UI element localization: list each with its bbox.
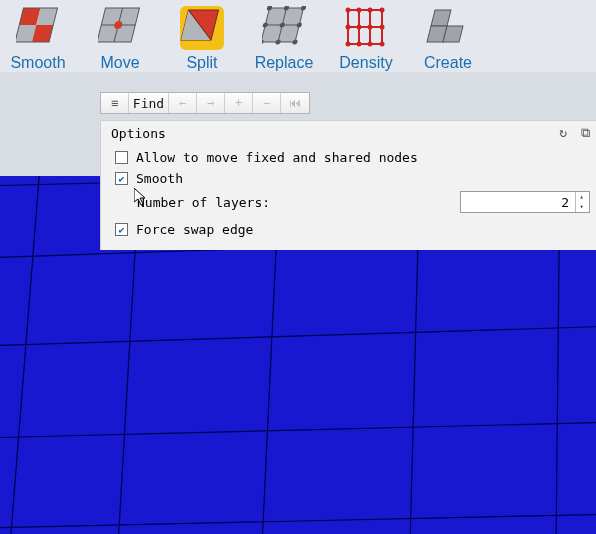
tool-label: Replace bbox=[255, 54, 314, 72]
create-icon bbox=[424, 4, 472, 52]
svg-point-46 bbox=[368, 25, 373, 30]
tool-label: Density bbox=[339, 54, 392, 72]
menu-icon[interactable]: ≡ bbox=[101, 93, 129, 113]
tool-replace[interactable]: Replace bbox=[254, 4, 314, 72]
svg-point-47 bbox=[380, 25, 385, 30]
tool-label: Split bbox=[186, 54, 217, 72]
density-icon bbox=[342, 4, 390, 52]
first-icon[interactable]: ⏮ bbox=[281, 93, 309, 113]
prev-icon[interactable]: ← bbox=[169, 93, 197, 113]
svg-point-41 bbox=[357, 8, 362, 13]
spin-up-icon[interactable]: ▴ bbox=[576, 192, 587, 202]
svg-point-43 bbox=[380, 8, 385, 13]
reset-icon[interactable]: ↻ bbox=[559, 125, 567, 141]
layers-spinner[interactable]: ▴ ▾ bbox=[575, 192, 587, 212]
force-swap-label: Force swap edge bbox=[136, 222, 253, 237]
allow-move-checkbox[interactable] bbox=[115, 151, 128, 164]
mesh-tools-toolbar: Smooth Move bbox=[0, 0, 596, 72]
smooth-checkbox[interactable] bbox=[115, 172, 128, 185]
split-icon bbox=[178, 4, 226, 52]
smooth-label: Smooth bbox=[136, 171, 183, 186]
svg-point-49 bbox=[357, 42, 362, 47]
tool-label: Create bbox=[424, 54, 472, 72]
svg-point-51 bbox=[380, 42, 385, 47]
svg-point-50 bbox=[368, 42, 373, 47]
layers-input[interactable]: 2 ▴ ▾ bbox=[460, 191, 590, 213]
find-button[interactable]: Find bbox=[129, 93, 169, 113]
svg-point-44 bbox=[346, 25, 351, 30]
tool-move[interactable]: Move bbox=[90, 4, 150, 72]
remove-icon[interactable]: − bbox=[253, 93, 281, 113]
add-icon[interactable]: + bbox=[225, 93, 253, 113]
smooth-icon bbox=[14, 4, 62, 52]
svg-point-40 bbox=[346, 8, 351, 13]
tool-smooth[interactable]: Smooth bbox=[8, 4, 68, 72]
replace-icon bbox=[260, 4, 308, 52]
layers-value: 2 bbox=[461, 195, 575, 210]
options-panel: Options ↻ ⧉ Allow to move fixed and shar… bbox=[100, 120, 596, 250]
svg-point-48 bbox=[346, 42, 351, 47]
find-navbar: ≡ Find ← → + − ⏮ bbox=[100, 92, 310, 114]
svg-point-45 bbox=[357, 25, 362, 30]
expand-icon[interactable]: ⧉ bbox=[581, 125, 590, 141]
allow-move-label: Allow to move fixed and shared nodes bbox=[136, 150, 418, 165]
tool-label: Move bbox=[100, 54, 139, 72]
tool-split[interactable]: Split bbox=[172, 4, 232, 72]
tool-density[interactable]: Density bbox=[336, 4, 396, 72]
svg-rect-52 bbox=[431, 10, 451, 26]
next-icon[interactable]: → bbox=[197, 93, 225, 113]
svg-point-42 bbox=[368, 8, 373, 13]
spin-down-icon[interactable]: ▾ bbox=[576, 202, 587, 212]
tool-label: Smooth bbox=[10, 54, 65, 72]
move-icon bbox=[96, 4, 144, 52]
panel-title: Options bbox=[111, 126, 166, 141]
layers-label: Number of layers: bbox=[137, 195, 270, 210]
svg-rect-54 bbox=[443, 26, 463, 42]
force-swap-checkbox[interactable] bbox=[115, 223, 128, 236]
tool-create[interactable]: Create bbox=[418, 4, 478, 72]
